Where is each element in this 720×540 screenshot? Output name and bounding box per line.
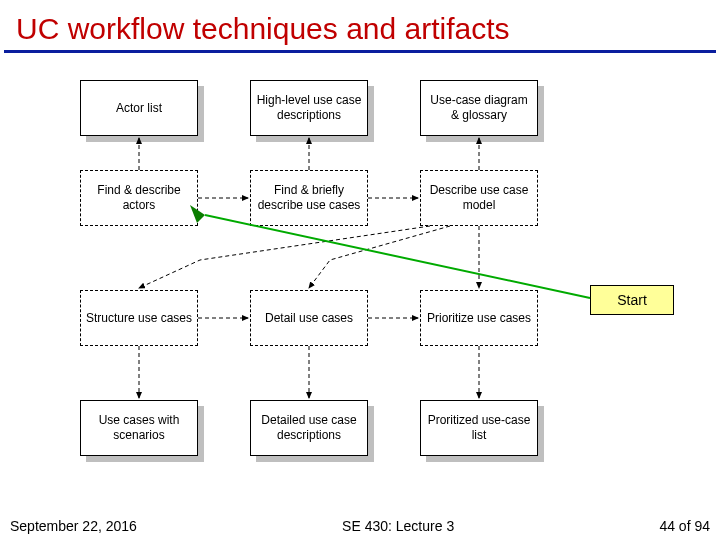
box-uc-diag-gloss: Use-case diagram & glossary xyxy=(420,80,538,136)
slide-footer: September 22, 2016 SE 430: Lecture 3 44 … xyxy=(0,512,720,540)
start-callout: Start xyxy=(590,285,674,315)
box-scenarios: Use cases with scenarios xyxy=(80,400,198,456)
box-actor-list: Actor list xyxy=(80,80,198,136)
box-find-actors: Find & describe actors xyxy=(80,170,198,226)
box-find-brief: Find & briefly describe use cases xyxy=(250,170,368,226)
box-detailed-desc: Detailed use case descriptions xyxy=(250,400,368,456)
workflow-diagram: Actor list High-level use case descripti… xyxy=(0,60,720,490)
box-detail: Detail use cases xyxy=(250,290,368,346)
title-underline xyxy=(4,50,716,53)
box-describe-model: Describe use case model xyxy=(420,170,538,226)
footer-date: September 22, 2016 xyxy=(10,518,137,534)
page-title: UC workflow techniques and artifacts xyxy=(0,0,720,50)
footer-center: SE 430: Lecture 3 xyxy=(342,518,454,534)
box-prioritized-list: Proritized use-case list xyxy=(420,400,538,456)
box-hl-desc: High-level use case descriptions xyxy=(250,80,368,136)
box-structure: Structure use cases xyxy=(80,290,198,346)
footer-page: 44 of 94 xyxy=(659,518,710,534)
box-prioritize: Prioritize use cases xyxy=(420,290,538,346)
